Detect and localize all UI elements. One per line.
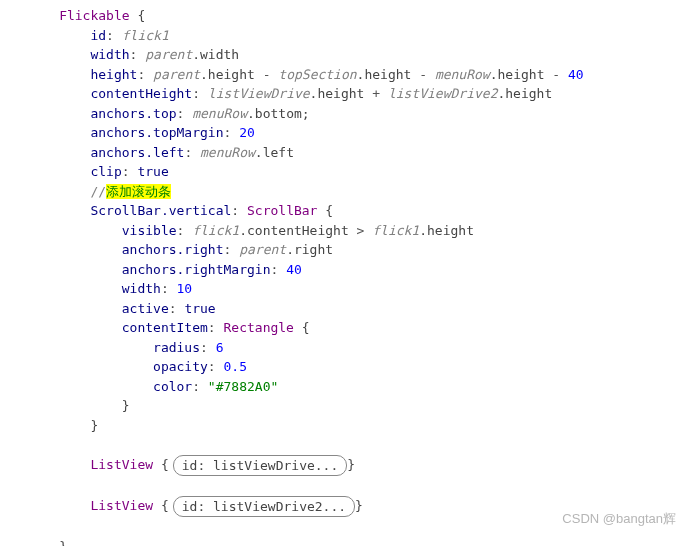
colon: : bbox=[224, 125, 240, 140]
op-minus: - bbox=[255, 67, 278, 82]
code-block: Flickable { id: flick1 width: parent.wid… bbox=[0, 0, 696, 546]
brace: } bbox=[122, 398, 130, 413]
dot-height: .height bbox=[357, 67, 412, 82]
ref-menurow: menuRow bbox=[192, 106, 247, 121]
brace: } bbox=[90, 418, 98, 433]
code-line: radius: 6 bbox=[0, 338, 696, 358]
colon: : bbox=[130, 47, 146, 62]
prop-clip: clip bbox=[90, 164, 121, 179]
colon: : bbox=[161, 281, 177, 296]
prop-height: height bbox=[90, 67, 137, 82]
prop-contentheight: contentHeight bbox=[90, 86, 192, 101]
code-line: width: 10 bbox=[0, 279, 696, 299]
prop-width: width bbox=[122, 281, 161, 296]
code-line: clip: true bbox=[0, 162, 696, 182]
code-line: } bbox=[0, 416, 696, 436]
str-color: "#7882A0" bbox=[208, 379, 278, 394]
code-line: contentItem: Rectangle { bbox=[0, 318, 696, 338]
colon: : bbox=[106, 28, 122, 43]
prop-color: color bbox=[153, 379, 192, 394]
prop-scrollbar-vertical: ScrollBar.vertical bbox=[90, 203, 231, 218]
brace: { bbox=[161, 457, 169, 472]
comment-highlighted: 添加滚动条 bbox=[106, 184, 171, 199]
num-40: 40 bbox=[286, 262, 302, 277]
colon: : bbox=[169, 301, 185, 316]
ref-flick1: flick1 bbox=[122, 28, 169, 43]
num-40: 40 bbox=[568, 67, 584, 82]
ref-flick1: flick1 bbox=[192, 223, 239, 238]
dot-height: .height bbox=[490, 67, 545, 82]
ref-menurow: menuRow bbox=[200, 145, 255, 160]
code-line: color: "#7882A0" bbox=[0, 377, 696, 397]
dot-left: .left bbox=[255, 145, 294, 160]
num-20: 20 bbox=[239, 125, 255, 140]
colon: : bbox=[177, 223, 193, 238]
keyword-rectangle: Rectangle bbox=[224, 320, 294, 335]
prop-anchors-left: anchors.left bbox=[90, 145, 184, 160]
prop-anchors-rightmargin: anchors.rightMargin bbox=[122, 262, 271, 277]
colon: : bbox=[231, 203, 247, 218]
brace: { bbox=[137, 8, 145, 23]
prop-opacity: opacity bbox=[153, 359, 208, 374]
code-line bbox=[0, 476, 696, 496]
ref-topsection: topSection bbox=[278, 67, 356, 82]
semicolon: ; bbox=[302, 106, 310, 121]
ref-flick1: flick1 bbox=[372, 223, 419, 238]
folded-code-pill[interactable]: id: listViewDrive... bbox=[173, 455, 348, 477]
keyword-listview: ListView bbox=[90, 457, 153, 472]
dot-height: .height bbox=[419, 223, 474, 238]
code-line: contentHeight: listViewDrive.height + li… bbox=[0, 84, 696, 104]
brace: { bbox=[302, 320, 310, 335]
colon: : bbox=[200, 340, 216, 355]
op-minus: - bbox=[411, 67, 434, 82]
keyword-scrollbar: ScrollBar bbox=[247, 203, 317, 218]
num-05: 0.5 bbox=[224, 359, 247, 374]
num-10: 10 bbox=[177, 281, 193, 296]
code-line: visible: flick1.contentHeight > flick1.h… bbox=[0, 221, 696, 241]
prop-anchors-topmargin: anchors.topMargin bbox=[90, 125, 223, 140]
bool-true: true bbox=[137, 164, 168, 179]
brace: } bbox=[355, 498, 363, 513]
op-plus: + bbox=[364, 86, 387, 101]
code-line: ListView {id: listViewDrive2...} bbox=[0, 496, 696, 518]
code-line: opacity: 0.5 bbox=[0, 357, 696, 377]
colon: : bbox=[270, 262, 286, 277]
keyword-listview: ListView bbox=[90, 498, 153, 513]
colon: : bbox=[184, 145, 200, 160]
code-line: anchors.topMargin: 20 bbox=[0, 123, 696, 143]
code-line bbox=[0, 435, 696, 455]
colon: : bbox=[224, 242, 240, 257]
code-line: id: flick1 bbox=[0, 26, 696, 46]
code-line bbox=[0, 517, 696, 537]
pill-text: id: listViewDrive... bbox=[182, 458, 339, 473]
code-line: anchors.rightMargin: 40 bbox=[0, 260, 696, 280]
colon: : bbox=[177, 106, 193, 121]
colon: : bbox=[122, 164, 138, 179]
dot-height: .height bbox=[200, 67, 255, 82]
code-line: ScrollBar.vertical: ScrollBar { bbox=[0, 201, 696, 221]
dot-contentheight: .contentHeight bbox=[239, 223, 349, 238]
brace: { bbox=[325, 203, 333, 218]
brace: } bbox=[59, 539, 67, 547]
colon: : bbox=[192, 86, 208, 101]
bool-true: true bbox=[184, 301, 215, 316]
code-line: ListView {id: listViewDrive...} bbox=[0, 455, 696, 477]
code-line: Flickable { bbox=[0, 6, 696, 26]
colon: : bbox=[192, 379, 208, 394]
folded-code-pill[interactable]: id: listViewDrive2... bbox=[173, 496, 355, 518]
op-gt: > bbox=[349, 223, 372, 238]
keyword-flickable: Flickable bbox=[59, 8, 129, 23]
prop-active: active bbox=[122, 301, 169, 316]
pill-text: id: listViewDrive2... bbox=[182, 499, 346, 514]
code-line: } bbox=[0, 537, 696, 547]
code-line: height: parent.height - topSection.heigh… bbox=[0, 65, 696, 85]
prop-width: width bbox=[90, 47, 129, 62]
dot-bottom: .bottom bbox=[247, 106, 302, 121]
ref-parent: parent bbox=[145, 47, 192, 62]
ref-parent: parent bbox=[153, 67, 200, 82]
comment-slashes: // bbox=[90, 184, 106, 199]
code-line: anchors.left: menuRow.left bbox=[0, 143, 696, 163]
prop-id: id bbox=[90, 28, 106, 43]
dot-height: .height bbox=[310, 86, 365, 101]
colon: : bbox=[208, 359, 224, 374]
